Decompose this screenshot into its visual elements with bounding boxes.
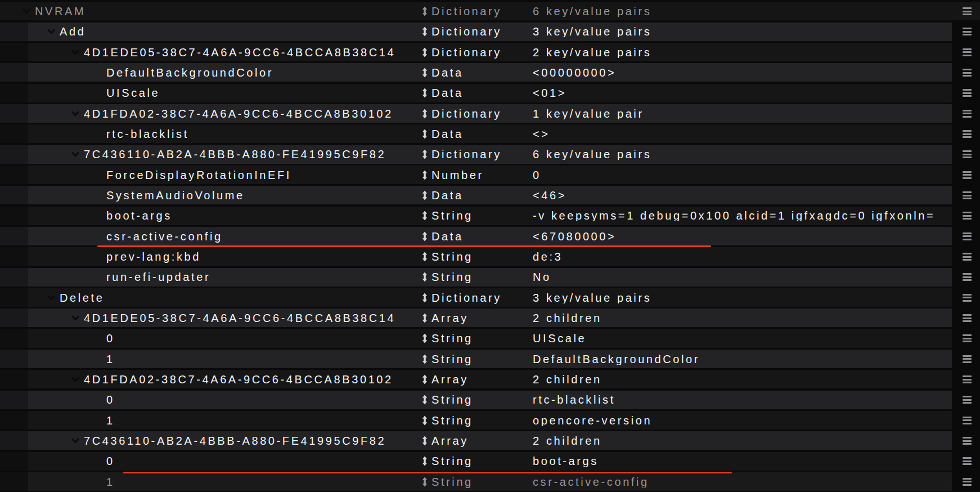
tree-row[interactable]: 0 String UIScale [0, 328, 980, 348]
drag-handle-icon[interactable] [963, 375, 972, 383]
row-type-label[interactable]: Dictionary [431, 47, 502, 58]
drag-handle-icon[interactable] [963, 457, 972, 465]
type-updown-arrows-icon[interactable] [422, 170, 428, 180]
row-key-label[interactable]: SystemAudioVolume [106, 190, 245, 201]
type-updown-arrows-icon[interactable] [422, 293, 428, 302]
row-value-label[interactable]: <46> [533, 190, 951, 201]
drag-handle-icon[interactable] [963, 48, 972, 56]
row-value-label[interactable]: <> [533, 128, 951, 140]
row-value-label[interactable]: 1 key/value pair [533, 108, 951, 119]
type-updown-arrows-icon[interactable] [422, 211, 428, 221]
type-updown-arrows-icon[interactable] [422, 477, 428, 486]
row-key-label[interactable]: 1 [106, 415, 115, 426]
type-updown-arrows-icon[interactable] [422, 47, 428, 57]
drag-handle-icon[interactable] [963, 191, 972, 199]
drag-handle-icon[interactable] [963, 212, 972, 220]
row-key-label[interactable]: DefaultBackgroundColor [106, 67, 273, 78]
row-value-label[interactable]: 2 key/value pairs [533, 47, 951, 58]
type-updown-arrows-icon[interactable] [422, 191, 428, 200]
row-value-label[interactable]: opencore-version [533, 415, 951, 426]
tree-row[interactable]: 4D1FDA02-38C7-4A6A-9CC6-4BCCA8B30102 Dic… [0, 104, 980, 124]
tree-row[interactable]: run-efi-updater String No [0, 267, 980, 287]
tree-row[interactable]: 1 String DefaultBackgroundColor [0, 349, 980, 369]
tree-row[interactable]: rtc-blacklist Data <> [0, 124, 980, 144]
tree-row[interactable]: 0 String boot-args [0, 451, 980, 471]
type-updown-arrows-icon[interactable] [422, 109, 428, 118]
type-updown-arrows-icon[interactable] [422, 252, 428, 262]
row-key-label[interactable]: prev-lang:kbd [106, 251, 201, 262]
type-updown-arrows-icon[interactable] [422, 436, 428, 446]
type-updown-arrows-icon[interactable] [422, 7, 428, 16]
row-key-label[interactable]: boot-args [106, 210, 172, 221]
chevron-down-icon[interactable] [47, 27, 56, 36]
row-type-label[interactable]: String [431, 210, 473, 221]
row-key-label[interactable]: 1 [106, 354, 115, 365]
drag-handle-icon[interactable] [963, 7, 972, 15]
row-type-label[interactable]: String [431, 476, 473, 487]
drag-handle-icon[interactable] [963, 69, 972, 77]
tree-row[interactable]: 0 String rtc-blacklist [0, 390, 980, 410]
type-updown-arrows-icon[interactable] [422, 354, 428, 364]
tree-row[interactable]: 4D1EDE05-38C7-4A6A-9CC6-4BCCA8B38C14 Arr… [0, 308, 980, 328]
row-key-label[interactable]: 7C436110-AB2A-4BBB-A880-FE41995C9F82 [84, 435, 386, 446]
chevron-down-icon[interactable] [71, 109, 80, 118]
chevron-down-icon[interactable] [71, 314, 80, 323]
tree-row[interactable]: DefaultBackgroundColor Data <00000000> [0, 62, 980, 83]
row-value-label[interactable]: 6 key/value pairs [533, 149, 951, 160]
row-key-label[interactable]: 4D1FDA02-38C7-4A6A-9CC6-4BCCA8B30102 [84, 374, 393, 385]
row-type-label[interactable]: Array [431, 374, 469, 385]
type-updown-arrows-icon[interactable] [422, 27, 428, 37]
drag-handle-icon[interactable] [963, 396, 972, 404]
row-value-label[interactable]: csr-active-config [533, 476, 951, 487]
chevron-down-icon[interactable] [71, 375, 80, 384]
tree-row[interactable]: Add Dictionary 3 key/value pairs [0, 21, 980, 42]
row-value-label[interactable]: <00000000> [533, 67, 951, 78]
tree-row[interactable]: NVRAM Dictionary 6 key/value pairs [0, 1, 980, 21]
row-type-label[interactable]: String [431, 271, 473, 283]
row-type-label[interactable]: Dictionary [431, 292, 502, 303]
row-value-label[interactable]: 3 key/value pairs [533, 292, 951, 303]
drag-handle-icon[interactable] [963, 171, 972, 179]
row-type-label[interactable]: Number [431, 169, 484, 181]
tree-row[interactable]: UIScale Data <01> [0, 83, 980, 103]
row-key-label[interactable]: UIScale [106, 87, 160, 99]
row-type-label[interactable]: String [431, 251, 473, 262]
row-value-label[interactable]: <01> [533, 87, 951, 99]
row-type-label[interactable]: Data [431, 128, 464, 140]
type-updown-arrows-icon[interactable] [422, 231, 428, 241]
type-updown-arrows-icon[interactable] [422, 150, 428, 159]
row-type-label[interactable]: String [431, 455, 473, 467]
row-key-label[interactable]: 4D1EDE05-38C7-4A6A-9CC6-4BCCA8B38C14 [84, 312, 395, 324]
row-key-label[interactable]: NVRAM [35, 6, 86, 17]
type-updown-arrows-icon[interactable] [422, 415, 428, 425]
row-value-label[interactable]: DefaultBackgroundColor [533, 354, 951, 365]
row-key-label[interactable]: 7C436110-AB2A-4BBB-A880-FE41995C9F82 [84, 149, 386, 160]
chevron-down-icon[interactable] [47, 293, 56, 302]
type-updown-arrows-icon[interactable] [422, 375, 428, 384]
row-value-label[interactable]: -v keepsyms=1 debug=0x100 alcid=1 igfxag… [533, 210, 951, 221]
drag-handle-icon[interactable] [963, 253, 972, 261]
tree-row[interactable]: csr-active-config Data <67080000> [0, 226, 980, 247]
tree-row[interactable]: 1 String csr-active-config [0, 472, 980, 492]
row-value-label[interactable]: 2 children [533, 435, 951, 446]
row-key-label[interactable]: Add [60, 26, 86, 37]
row-value-label[interactable]: de:3 [533, 251, 951, 262]
row-key-label[interactable]: rtc-blacklist [106, 128, 189, 140]
drag-handle-icon[interactable] [963, 89, 972, 97]
drag-handle-icon[interactable] [963, 478, 972, 486]
drag-handle-icon[interactable] [963, 28, 972, 35]
tree-row[interactable]: boot-args String -v keepsyms=1 debug=0x1… [0, 205, 980, 226]
chevron-down-icon[interactable] [71, 48, 80, 57]
type-updown-arrows-icon[interactable] [422, 457, 428, 466]
row-key-label[interactable]: csr-active-config [106, 231, 223, 242]
row-key-label[interactable]: ForceDisplayRotationInEFI [106, 169, 291, 181]
drag-handle-icon[interactable] [963, 437, 972, 445]
tree-row[interactable]: 7C436110-AB2A-4BBB-A880-FE41995C9F82 Arr… [0, 431, 980, 451]
type-updown-arrows-icon[interactable] [422, 272, 428, 282]
drag-handle-icon[interactable] [963, 294, 972, 302]
row-type-label[interactable]: Dictionary [431, 6, 502, 17]
drag-handle-icon[interactable] [963, 417, 972, 424]
row-type-label[interactable]: String [431, 394, 473, 405]
chevron-down-icon[interactable] [22, 7, 31, 16]
row-key-label[interactable]: Delete [60, 292, 104, 303]
